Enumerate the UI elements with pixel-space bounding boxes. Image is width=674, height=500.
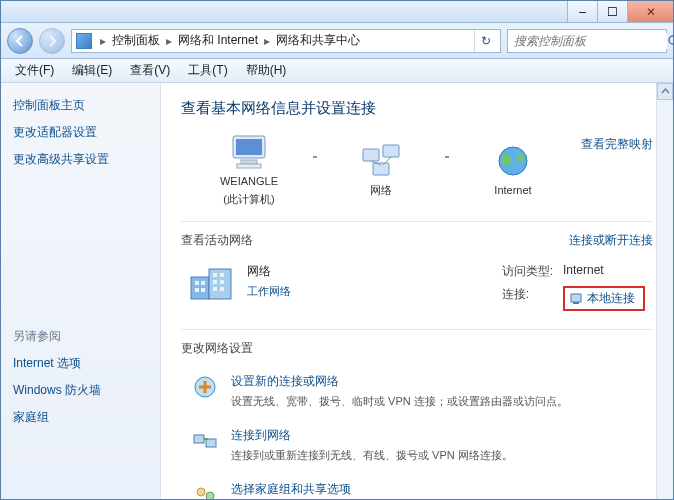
svg-rect-14 [195,281,199,285]
sidebar-item-internet-options[interactable]: Internet 选项 [13,355,148,372]
diagram-node-internet: Internet [453,143,573,197]
breadcrumb-control-panel[interactable]: 控制面板 [108,32,164,49]
computer-icon [227,134,271,170]
task-homegroup-link[interactable]: 选择家庭组和共享选项 [231,481,539,498]
svg-rect-19 [220,273,224,277]
diagram-link-line [445,156,449,158]
diagram-pc-name: WEIANGLE [220,174,278,188]
sidebar-item-homegroup[interactable]: 家庭组 [13,409,148,426]
refresh-button[interactable]: ↻ [474,30,496,52]
diagram-link-line [313,156,317,158]
svg-rect-20 [213,280,217,284]
connect-disconnect-link[interactable]: 连接或断开连接 [569,232,653,249]
nav-back-button[interactable] [7,28,33,54]
homegroup-icon [191,481,219,499]
svg-point-29 [197,488,205,496]
arrow-right-icon [46,35,58,47]
diagram-node-pc: WEIANGLE (此计算机) [189,134,309,207]
task-connect-network: 连接到网络 连接到或重新连接到无线、有线、拨号或 VPN 网络连接。 [181,421,653,475]
svg-point-0 [669,36,674,44]
svg-rect-17 [201,288,205,292]
window-close-button[interactable]: ✕ [627,1,673,22]
search-icon [667,34,674,48]
breadcrumb[interactable]: ▸ 控制面板 ▸ 网络和 Internet ▸ 网络和共享中心 ↻ [71,29,501,53]
sidebar-item-advanced-sharing[interactable]: 更改高级共享设置 [13,151,148,168]
sidebar-item-adapter-settings[interactable]: 更改适配器设置 [13,124,148,141]
svg-rect-12 [191,277,209,299]
svg-rect-21 [220,280,224,284]
svg-rect-15 [201,281,205,285]
refresh-icon: ↻ [481,34,491,48]
nav-forward-button[interactable] [39,28,65,54]
change-settings-heading: 更改网络设置 [181,340,653,357]
diagram-node-network: 网络 [321,143,441,197]
svg-rect-28 [206,439,216,447]
breadcrumb-network-internet[interactable]: 网络和 Internet [174,32,262,49]
access-type-label: 访问类型: [502,263,553,280]
chevron-right-icon: ▸ [98,34,108,48]
menu-view[interactable]: 查看(V) [122,59,178,82]
search-input[interactable] [512,33,667,49]
search-box[interactable] [507,29,667,53]
svg-rect-24 [571,294,581,302]
svg-rect-6 [363,149,379,161]
maximize-icon: ☐ [607,5,618,19]
control-panel-icon [76,33,92,49]
minimize-icon: – [579,5,586,19]
sidebar-item-firewall[interactable]: Windows 防火墙 [13,382,148,399]
diagram-network-label: 网络 [370,183,392,197]
local-connection-text: 本地连接 [587,290,635,307]
window-maximize-button[interactable]: ☐ [597,1,627,22]
svg-rect-16 [195,288,199,292]
svg-rect-5 [237,164,261,168]
scroll-up-button[interactable] [657,83,673,100]
access-type-value: Internet [563,263,645,280]
menu-file[interactable]: 文件(F) [7,59,62,82]
network-icon [359,143,403,179]
svg-rect-7 [383,145,399,157]
menu-help[interactable]: 帮助(H) [238,59,295,82]
window-titlebar: – ☐ ✕ [1,1,673,23]
window-minimize-button[interactable]: – [567,1,597,22]
diagram-internet-label: Internet [494,183,531,197]
svg-point-30 [206,492,214,499]
svg-rect-23 [220,287,224,291]
connect-network-icon [191,427,219,455]
task-connect-network-link[interactable]: 连接到网络 [231,427,513,444]
sidebar-item-home[interactable]: 控制面板主页 [13,97,148,114]
svg-rect-18 [213,273,217,277]
svg-rect-25 [573,302,579,304]
vertical-scrollbar[interactable] [656,83,673,499]
active-network-block: 网络 工作网络 访问类型: Internet 连接: 本地连接 [181,249,653,319]
globe-icon [493,143,533,179]
breadcrumb-sharing-center[interactable]: 网络和共享中心 [272,32,364,49]
svg-rect-22 [213,287,217,291]
task-new-connection-link[interactable]: 设置新的连接或网络 [231,373,568,390]
menu-bar: 文件(F) 编辑(E) 查看(V) 工具(T) 帮助(H) [1,59,673,83]
task-homegroup-sharing: 选择家庭组和共享选项 访问位于其他网络计算机上的文件和打印机，或更改共享设置。 [181,475,653,499]
menu-tools[interactable]: 工具(T) [180,59,235,82]
work-network-icon [189,263,233,301]
task-new-connection-desc: 设置无线、宽带、拨号、临时或 VPN 连接；或设置路由器或访问点。 [231,394,568,409]
sidebar-seealso-heading: 另请参阅 [13,328,148,345]
network-type-link[interactable]: 工作网络 [247,284,291,299]
svg-rect-3 [236,139,262,155]
page-title: 查看基本网络信息并设置连接 [181,99,653,118]
nic-icon [569,291,583,305]
arrow-left-icon [14,35,26,47]
task-connect-network-desc: 连接到或重新连接到无线、有线、拨号或 VPN 网络连接。 [231,448,513,463]
network-diagram: WEIANGLE (此计算机) 网络 [181,132,581,217]
local-connection-link[interactable]: 本地连接 [563,286,645,311]
svg-rect-4 [241,160,257,164]
chevron-right-icon: ▸ [164,34,174,48]
sidebar: 控制面板主页 更改适配器设置 更改高级共享设置 另请参阅 Internet 选项… [1,83,161,499]
new-connection-icon [191,373,219,401]
content-area: 查看基本网络信息并设置连接 WEIANGLE (此计算机) [161,83,673,499]
close-icon: ✕ [646,5,656,19]
view-full-map-link[interactable]: 查看完整映射 [581,137,653,151]
connection-label: 连接: [502,286,553,311]
active-network-details: 访问类型: Internet 连接: 本地连接 [502,263,645,311]
chevron-up-icon [661,87,670,96]
menu-edit[interactable]: 编辑(E) [64,59,120,82]
active-network-name: 网络 [247,263,291,280]
